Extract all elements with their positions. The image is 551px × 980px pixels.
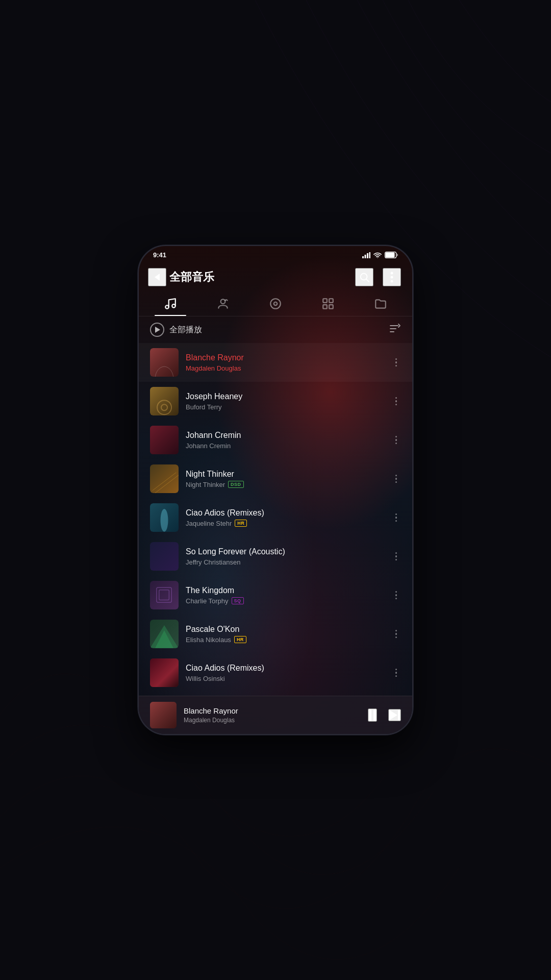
search-button[interactable] [355,268,373,286]
song-more-button[interactable] [391,432,402,449]
list-item[interactable]: Ciao Adios (Remixes) Willis Osinski [139,653,412,692]
nav-tabs [139,290,412,316]
song-more-button[interactable] [391,587,402,604]
now-playing-art [150,702,177,728]
wifi-icon [373,252,382,258]
song-title: Johann Cremin [186,431,384,440]
song-artist: Night Thinker [186,481,225,488]
svg-point-27 [161,404,167,410]
three-dots-icon [395,358,397,367]
song-more-button[interactable] [391,626,402,643]
folders-icon [373,297,388,311]
list-item[interactable]: The Kingdom Charlie Torphy SQ [139,576,412,615]
three-dots-icon [395,630,397,639]
three-dots-icon [395,397,397,406]
list-item[interactable]: So Long Forever (Acoustic) Jeffry Christ… [139,537,412,576]
three-dots-icon [395,552,397,561]
song-artist: Elisha Nikolaus [186,636,231,644]
album-art [150,348,179,377]
list-item[interactable]: Blanche Raynor Magdalen Douglas [139,343,412,382]
song-artist: Magdalen Douglas [186,364,241,372]
svg-rect-32 [159,590,169,600]
svg-point-12 [165,305,169,309]
albums-icon [268,297,283,311]
svg-rect-0 [362,256,364,258]
song-list: Blanche Raynor Magdalen Douglas [139,343,412,696]
song-info: Pascale O'Kon Elisha Nikolaus HR [186,625,384,644]
song-meta: Johann Cremin [186,442,384,450]
song-artist: Willis Osinski [186,675,225,682]
page-title: 全部音乐 [169,270,355,285]
tab-songs[interactable] [144,292,196,316]
list-item[interactable]: Night Thinker Night Thinker DSD [139,459,412,498]
album-art [150,387,179,415]
song-title: Pascale O'Kon [186,625,384,634]
status-icons [362,252,398,258]
list-item[interactable]: Pascale O'Kon Elisha Nikolaus HR [139,615,412,653]
tab-folders[interactable] [355,292,407,316]
svg-point-17 [275,303,276,304]
quality-badge-sq: SQ [232,597,244,604]
song-artist: Jeffry Christiansen [186,558,240,566]
song-meta: Willis Osinski [186,675,384,682]
song-artist: Jaqueline Stehr [186,520,232,527]
song-more-button[interactable] [391,393,402,410]
svg-point-30 [161,509,168,532]
now-playing-title: Blanche Raynor [184,706,361,715]
svg-point-11 [391,280,393,283]
song-title: Ciao Adios (Remixes) [186,508,384,518]
play-all-button[interactable]: 全部播放 [150,323,202,337]
three-dots-icon [395,669,397,677]
back-button[interactable] [148,268,166,286]
song-meta: Jaqueline Stehr HR [186,520,384,527]
song-more-button[interactable] [391,471,402,487]
album-art [150,426,179,454]
list-item[interactable]: Joseph Heaney Buford Terry [139,382,412,421]
svg-line-28 [153,473,176,491]
svg-rect-18 [323,299,327,303]
song-info: Johann Cremin Johann Cremin [186,431,384,450]
status-bar: 9:41 [139,246,412,264]
svg-rect-3 [369,252,371,258]
song-title: Blanche Raynor [186,353,384,362]
song-info: The Kingdom Charlie Torphy SQ [186,586,384,605]
more-menu-button[interactable] [383,268,401,286]
skip-next-button[interactable] [388,709,401,721]
svg-line-29 [155,475,179,493]
tab-playlists[interactable] [302,292,355,316]
now-playing-bar[interactable]: Blanche Raynor Magdalen Douglas [139,696,412,734]
tab-artists[interactable] [196,292,249,316]
song-title: Joseph Heaney [186,392,384,401]
quality-badge-hr: HR [235,520,247,527]
song-more-button[interactable] [391,665,402,681]
svg-point-25 [155,366,173,377]
album-art [150,581,179,609]
skip-next-icon [389,710,400,720]
artists-icon [216,297,230,311]
status-time: 9:41 [153,251,166,259]
list-item[interactable]: Ciao Adios (Remixes) Jaqueline Stehr HR [139,498,412,537]
album-art [150,542,179,571]
sort-button[interactable] [389,323,401,336]
song-more-button[interactable] [391,509,402,526]
tab-albums[interactable] [249,292,302,316]
svg-rect-19 [329,299,333,303]
svg-point-9 [391,272,393,275]
song-title: So Long Forever (Acoustic) [186,547,384,556]
song-meta: Jeffry Christiansen [186,558,384,566]
song-more-button[interactable] [391,354,402,371]
song-artist: Johann Cremin [186,442,231,450]
song-meta: Buford Terry [186,403,384,411]
list-item[interactable]: Johann Cremin Johann Cremin [139,421,412,459]
song-info: Night Thinker Night Thinker DSD [186,470,384,488]
song-title: Night Thinker [186,470,384,479]
song-more-button[interactable] [391,548,402,565]
pause-button[interactable] [368,708,377,722]
song-info: Ciao Adios (Remixes) Jaqueline Stehr HR [186,508,384,527]
play-all-label: 全部播放 [169,325,202,335]
album-art [150,658,179,687]
song-title: The Kingdom [186,586,384,595]
song-meta: Charlie Torphy SQ [186,597,384,605]
top-actions [355,268,401,286]
song-title: Ciao Adios (Remixes) [186,664,384,673]
